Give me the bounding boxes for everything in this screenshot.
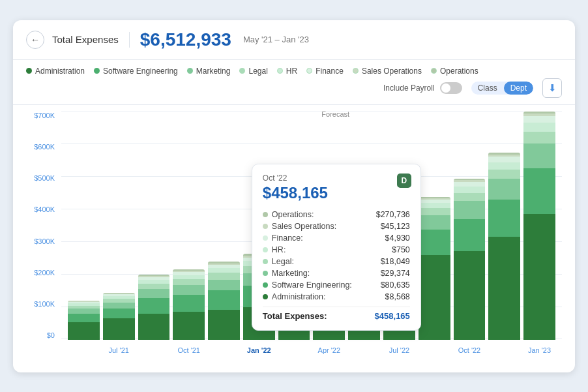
tooltip-row-label: Software Engineering:	[263, 280, 352, 290]
bar-group-11[interactable]	[454, 112, 486, 340]
bar-segment-4-0	[208, 310, 240, 339]
bar-segment-13-3	[523, 132, 555, 143]
y-label-300k: $300K	[34, 237, 55, 245]
legend-item-legal[interactable]: Legal	[239, 67, 267, 76]
bar-segment-4-1	[208, 290, 240, 310]
tooltip-dot-sales-ops	[263, 224, 268, 229]
tooltip-row-label: Legal:	[263, 257, 294, 266]
legend-item-software-eng[interactable]: Software Engineering	[94, 67, 178, 76]
bar-segment-12-1	[488, 200, 520, 237]
bar-segment-1-1	[103, 309, 135, 319]
bar-group-1[interactable]	[103, 112, 135, 340]
bar-group-0[interactable]	[68, 112, 100, 340]
chart-area: $700K $600K $500K $400K $300K $200K $100…	[13, 105, 575, 372]
x-label-jul21: Jul '21	[103, 346, 135, 354]
tooltip-row-marketing: Marketing: $29,374	[263, 267, 410, 279]
tooltip-value-software-eng: $80,635	[381, 280, 410, 290]
bar-segment-2-1	[138, 298, 170, 314]
payroll-toggle-switch[interactable]	[440, 82, 462, 94]
tooltip-value-marketing: $29,374	[381, 269, 410, 278]
tooltip-total-value: $458,165	[375, 311, 410, 321]
tooltip-label-hr: HR:	[272, 245, 286, 254]
tooltip-label-admin: Administration:	[272, 292, 326, 301]
bar-group-3[interactable]	[173, 112, 205, 340]
bar-segment-10-2	[419, 215, 450, 230]
legend-item-finance[interactable]: Finance	[306, 67, 344, 76]
legend-dot-administration	[26, 68, 32, 74]
bar-group-13[interactable]	[523, 112, 555, 340]
x-label-jan23: Jan '23	[523, 346, 555, 354]
tooltip-label-marketing: Marketing:	[272, 269, 310, 278]
bar-segment-12-2	[488, 179, 520, 199]
bar-group-4[interactable]	[208, 112, 240, 340]
bar-segment-11-0	[454, 251, 486, 340]
bar-group-12[interactable]	[488, 112, 520, 340]
x-label-jul22: Jul '22	[383, 346, 415, 354]
legend-dot-marketing	[187, 68, 193, 74]
tooltip-value-admin: $8,568	[385, 292, 410, 301]
legend-item-marketing[interactable]: Marketing	[187, 67, 231, 76]
tooltip-dot-admin	[263, 294, 268, 299]
bar-segment-11-2	[454, 201, 486, 219]
bar-group-2[interactable]	[138, 112, 170, 340]
class-dept-toggle[interactable]: Class Dept	[471, 82, 533, 95]
download-icon: ⬇	[548, 82, 557, 94]
y-label-500k: $500K	[34, 174, 55, 182]
bar-segment-2-3	[138, 284, 170, 289]
tooltip-total-row: Total Expenses: $458,165	[263, 307, 410, 321]
bar-segment-4-4	[208, 268, 240, 273]
y-label-400k: $400K	[34, 205, 55, 213]
tooltip-label-software-eng: Software Engineering:	[272, 280, 352, 290]
legend-label-legal: Legal	[248, 67, 267, 76]
legend-item-administration[interactable]: Administration	[26, 67, 85, 76]
back-icon: ←	[31, 35, 40, 45]
x-label-jan22: Jan '22	[243, 346, 275, 354]
toggle-thumb	[441, 83, 450, 93]
bar-segment-10-1	[419, 230, 450, 255]
legend-label-hr: HR	[286, 67, 297, 76]
chart-wrapper: $700K $600K $500K $400K $300K $200K $100…	[26, 112, 562, 359]
bar-segment-3-0	[173, 312, 205, 340]
legend-dot-software-eng	[94, 68, 100, 74]
bar-segment-13-0	[523, 214, 555, 340]
tooltip-dot-operations	[263, 212, 268, 217]
bar-segment-10-3	[419, 208, 450, 215]
bar-segment-1-0	[103, 318, 135, 339]
x-label-oct21: Oct '21	[173, 346, 205, 354]
dept-option[interactable]: Dept	[504, 82, 533, 95]
legend-item-hr[interactable]: HR	[277, 67, 297, 76]
bar-group-10[interactable]	[419, 112, 450, 340]
tooltip-dot-finance	[263, 235, 268, 241]
chart-plot: Forecast Oct '22 $458,165 D Operations: …	[61, 112, 562, 340]
x-label-oct22: Oct '22	[454, 346, 486, 354]
bar-segment-4-3	[208, 273, 240, 280]
header-divider	[129, 32, 130, 48]
bar-segment-11-1	[454, 219, 486, 251]
date-range: May '21 – Jan '23	[243, 35, 309, 44]
tooltip-value-hr: $750	[392, 245, 410, 254]
x-label-apr22: Apr '22	[313, 346, 345, 354]
legend-bar: Administration Software Engineering Mark…	[13, 60, 575, 105]
tooltip-row-sales-ops: Sales Operations: $45,123	[263, 220, 410, 232]
download-button[interactable]: ⬇	[542, 78, 562, 98]
bar-segment-3-3	[173, 279, 205, 285]
tooltip-row-finance: Finance: $4,930	[263, 232, 410, 244]
class-option[interactable]: Class	[471, 82, 504, 95]
tooltip-row-legal: Legal: $18,049	[263, 256, 410, 267]
payroll-toggle-group[interactable]: Include Payroll	[383, 82, 462, 94]
tooltip-total-amount: $458,165	[263, 184, 410, 202]
back-button[interactable]: ←	[26, 31, 44, 49]
tooltip-dot-legal	[263, 259, 268, 264]
legend-dot-sales-ops	[353, 68, 359, 74]
bar-segment-11-5	[454, 182, 486, 187]
tooltip-row-label: Finance:	[263, 234, 303, 243]
legend-item-operations[interactable]: Operations	[431, 67, 478, 76]
tooltip-value-legal: $18,049	[381, 257, 410, 266]
legend-dot-legal	[239, 68, 245, 74]
tooltip-row-label: Marketing:	[263, 269, 310, 278]
legend-item-sales-ops[interactable]: Sales Operations	[353, 67, 422, 76]
bar-segment-3-1	[173, 295, 205, 312]
legend-label-software-eng: Software Engineering	[103, 67, 178, 76]
legend-dot-operations	[431, 68, 437, 74]
bar-segment-13-2	[523, 143, 555, 169]
